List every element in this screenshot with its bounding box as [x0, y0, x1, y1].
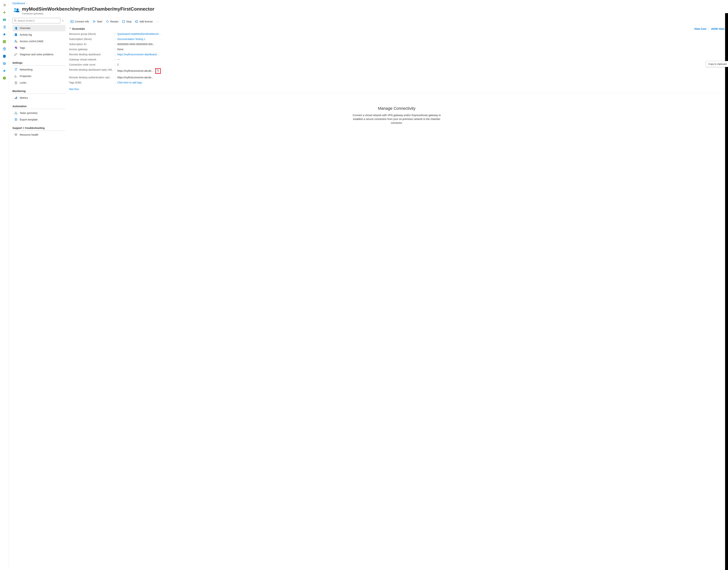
start-button[interactable]: Start: [92, 19, 104, 24]
nav-label: Metrics: [20, 96, 28, 99]
svg-point-23: [16, 47, 17, 48]
svg-point-18: [15, 27, 16, 28]
rail-list-icon[interactable]: [1, 24, 7, 30]
restart-button[interactable]: Restart: [105, 19, 120, 24]
rail-add-icon[interactable]: [1, 9, 7, 15]
kv-val-tags[interactable]: Click here to add tags: [117, 81, 724, 84]
resource-menu: « Overview Activity log Access control (…: [9, 18, 65, 570]
locks-icon: [14, 81, 18, 84]
svg-rect-6: [5, 41, 6, 42]
nav-tags[interactable]: Tags: [12, 44, 65, 51]
svg-rect-3: [5, 40, 6, 41]
resource-icon: [12, 6, 20, 14]
nav-label: Locks: [20, 81, 26, 84]
svg-rect-1: [3, 40, 4, 41]
kv-key-resource-group: Resource group (Move): [69, 32, 115, 35]
json-view-link[interactable]: JSON View: [711, 27, 724, 30]
nav-label: Access control (IAM): [20, 40, 43, 43]
nav-overview[interactable]: Overview: [12, 25, 65, 31]
properties-icon: [14, 74, 18, 78]
move-sub-link[interactable]: Move: [85, 38, 91, 40]
chevron-up-icon: ⌃: [69, 27, 71, 30]
stop-button[interactable]: Stop: [121, 19, 133, 24]
kv-key-subscription: Subscription (Move): [69, 38, 115, 40]
move-rg-link[interactable]: Move: [89, 32, 95, 35]
connectivity-body: Connect a virtual network with VPN gatew…: [347, 113, 446, 125]
add-license-button[interactable]: Add license: [134, 19, 154, 24]
see-less-link[interactable]: See less: [69, 86, 724, 93]
essentials-grid: Resource group (Move) : QuickstartCreate…: [69, 32, 724, 86]
search-icon: [14, 19, 17, 22]
svg-rect-2: [4, 40, 5, 41]
kv-val-resource-group[interactable]: QuickstartCreateModSimWorkbench...: [117, 32, 724, 35]
nav-activity-log[interactable]: Activity log: [12, 31, 65, 38]
svg-point-17: [14, 20, 16, 21]
command-bar: Connect info Start Restart Stop Add lice…: [69, 18, 724, 25]
nav-diagnose[interactable]: Diagnose and solve problems: [12, 51, 65, 58]
rail-cube-icon[interactable]: [1, 46, 7, 52]
nav-label: Export template: [20, 118, 38, 121]
kv-key-conn-node-count: Connection node count: [69, 63, 115, 66]
view-cost-link[interactable]: View Cost: [694, 27, 706, 30]
nav-export-template[interactable]: Export template: [12, 116, 65, 123]
nav-label: Overview: [20, 27, 30, 30]
svg-point-19: [16, 27, 17, 28]
rail-star-icon[interactable]: [1, 31, 7, 37]
more-commands-icon[interactable]: ···: [155, 20, 161, 23]
nav-section-support: Support + troubleshooting: [12, 124, 65, 131]
svg-rect-28: [15, 98, 15, 99]
nav-access-control[interactable]: Access control (IAM): [12, 38, 65, 44]
activity-log-icon: [14, 33, 18, 36]
svg-rect-5: [4, 41, 5, 42]
nav-resource-health[interactable]: Resource health: [12, 131, 65, 138]
svg-rect-8: [4, 42, 5, 43]
kv-val-subscription[interactable]: Documentation Testing 1: [117, 38, 724, 40]
kv-key-gateway-vnet: Gateway virtual network: [69, 58, 115, 61]
nav-label: Networking: [20, 68, 32, 71]
essentials-toggle[interactable]: ⌃ Essentials: [69, 27, 85, 30]
kv-val-rd-dashboard[interactable]: https://myfirstconnector-dashboard...: [117, 53, 724, 56]
rail-sql-icon[interactable]: [1, 53, 7, 59]
copy-icon[interactable]: [155, 68, 161, 74]
rail-diamond-icon[interactable]: [1, 68, 7, 74]
nav-section-settings: Settings: [12, 59, 65, 65]
main-area: Dashboard › myModSimWorkbench/myFirstCha…: [9, 0, 728, 570]
menu-search-input[interactable]: [18, 19, 59, 22]
svg-rect-7: [3, 42, 4, 43]
export-template-icon: [14, 118, 18, 121]
breadcrumb-root[interactable]: Dashboard: [12, 2, 25, 5]
rail-globe-icon[interactable]: [1, 61, 7, 66]
nav-label: Tags: [20, 46, 25, 49]
page-subtitle: Connector (preview): [22, 12, 154, 15]
nav-networking[interactable]: Networking: [12, 66, 65, 73]
nav-metrics[interactable]: Metrics: [12, 94, 65, 101]
svg-point-21: [15, 40, 16, 41]
nav-properties[interactable]: Properties: [12, 73, 65, 79]
svg-rect-27: [15, 82, 17, 84]
rail-chart-icon[interactable]: [1, 17, 7, 23]
collapse-menu-icon[interactable]: «: [60, 18, 65, 23]
access-control-icon: [14, 40, 18, 43]
nav-label: Diagnose and solve problems: [20, 53, 53, 56]
svg-rect-33: [16, 113, 17, 114]
connect-info-button[interactable]: Connect info: [69, 19, 90, 24]
menu-search[interactable]: [12, 18, 60, 23]
rail-grid-icon[interactable]: [1, 39, 7, 44]
kv-key-access-gateway: Access gateway: [69, 48, 115, 51]
edit-tags-link[interactable]: Edit: [76, 81, 80, 84]
diagnose-icon: [14, 53, 18, 56]
tags-icon: [14, 46, 18, 49]
svg-rect-4: [3, 41, 4, 42]
tasks-icon: [14, 111, 18, 115]
breadcrumb: Dashboard ›: [9, 0, 728, 5]
nav-label: Activity log: [20, 33, 32, 36]
nav-locks[interactable]: Locks: [12, 79, 65, 86]
chevron-right-icon: ›: [26, 2, 27, 5]
nav-label: Tasks (preview): [20, 111, 37, 114]
nav-tasks[interactable]: Tasks (preview): [12, 110, 65, 116]
rail-expand-icon[interactable]: [1, 2, 7, 8]
resource-health-icon: [14, 133, 18, 136]
rail-cost-icon[interactable]: $: [1, 75, 7, 81]
icon-rail: $: [0, 0, 9, 570]
kv-val-subscription-id: 00000000-0000-00000000-000...: [117, 43, 724, 46]
